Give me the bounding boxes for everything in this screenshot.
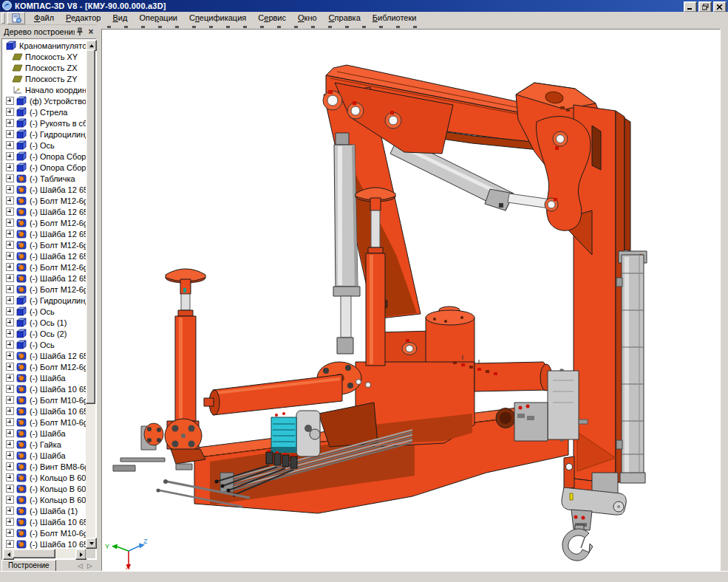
- expand-icon[interactable]: [6, 219, 14, 227]
- tree-item[interactable]: (-) Шайба 12 65Г ГО: [3, 350, 86, 361]
- tree-vscrollbar[interactable]: [86, 40, 95, 549]
- tree-item[interactable]: (-) Шайба 12 65Г ГО: [3, 228, 86, 239]
- close-button[interactable]: [713, 1, 727, 13]
- menu-item[interactable]: Сервис: [252, 13, 292, 24]
- pin-icon[interactable]: [75, 27, 85, 36]
- tree-item[interactable]: (-) Опора Сборочный: [3, 151, 86, 162]
- menu-item[interactable]: Окно: [292, 13, 323, 24]
- tree-item[interactable]: (-) Стрела: [3, 106, 86, 117]
- menu-item[interactable]: Вид: [106, 13, 133, 24]
- expand-icon[interactable]: [6, 163, 14, 171]
- tree-item[interactable]: (-) Кольцо В 60 ГОСТ: [3, 483, 86, 494]
- tree-item[interactable]: (-) Ось: [3, 339, 86, 350]
- tree-item[interactable]: Начало координат: [3, 84, 86, 95]
- tree-item[interactable]: (-) Ось (1): [3, 317, 86, 328]
- expand-icon[interactable]: [6, 152, 14, 160]
- expand-icon[interactable]: [6, 185, 14, 194]
- expand-icon[interactable]: [6, 241, 14, 249]
- expand-icon[interactable]: [6, 196, 14, 205]
- expand-icon[interactable]: [6, 407, 14, 415]
- expand-icon[interactable]: [6, 307, 14, 315]
- expand-icon[interactable]: [6, 285, 14, 293]
- tree-item[interactable]: (-) Гайка: [3, 439, 86, 450]
- menu-item[interactable]: Редактор: [60, 13, 106, 24]
- tree-item[interactable]: (-) Ось: [3, 140, 86, 151]
- tree-item[interactable]: (-) Болт М12-6gx25.5: [3, 217, 86, 228]
- tree-item[interactable]: (-) Болт М10-6gx25.5: [3, 417, 86, 428]
- tree-item[interactable]: (-) Рукоять в сборе: [3, 117, 86, 129]
- tree-item[interactable]: (-) Ось (2): [3, 328, 86, 339]
- expand-icon[interactable]: [6, 473, 14, 482]
- tab-scroll-arrows[interactable]: ◁ ▷: [78, 562, 94, 569]
- tree-item[interactable]: (-) Болт М10-6gx25.5: [3, 527, 86, 538]
- tree-item[interactable]: (-) Болт М12-6gx25.5: [3, 239, 86, 250]
- scroll-right-button[interactable]: [75, 549, 86, 560]
- document-icon-button[interactable]: [7, 12, 25, 24]
- tree-item[interactable]: (-) Ось: [3, 306, 86, 317]
- expand-icon[interactable]: [6, 352, 14, 360]
- expand-icon[interactable]: [6, 108, 14, 116]
- expand-icon[interactable]: [6, 329, 14, 338]
- menu-item[interactable]: Спецификация: [183, 13, 252, 24]
- tree-item[interactable]: (-) Шайба: [3, 450, 86, 461]
- tree-hscrollbar[interactable]: [3, 549, 86, 558]
- scroll-down-button[interactable]: [86, 538, 97, 549]
- tree-item[interactable]: (-) Болт М12-6gx25.5: [3, 261, 86, 273]
- menu-item[interactable]: Операции: [133, 13, 183, 24]
- expand-icon[interactable]: [6, 507, 14, 515]
- expand-icon[interactable]: [6, 263, 14, 271]
- expand-icon[interactable]: [6, 529, 14, 537]
- expand-icon[interactable]: [6, 119, 14, 127]
- menu-item[interactable]: Файл: [28, 13, 60, 24]
- expand-icon[interactable]: [6, 374, 14, 382]
- tree-item[interactable]: (-) Винт ВМ8-6gx8.14: [3, 461, 86, 472]
- tree-item[interactable]: Плоскость XY: [3, 51, 86, 62]
- expand-icon[interactable]: [6, 230, 14, 238]
- expand-icon[interactable]: [6, 296, 14, 304]
- tree-item[interactable]: (-) Шайба: [3, 428, 86, 439]
- tree-item[interactable]: (-) Болт М12-6gx25.5: [3, 284, 86, 295]
- tree-item[interactable]: (-) Шайба: [3, 372, 86, 383]
- expand-icon[interactable]: [6, 518, 14, 526]
- menu-item[interactable]: Справка: [323, 13, 367, 24]
- tree-item[interactable]: (-) Кольцо В 60 ГОСТ: [3, 494, 86, 505]
- expand-icon[interactable]: [6, 429, 14, 437]
- outrigger-left[interactable]: [165, 269, 205, 470]
- tree-item[interactable]: (-) Шайба 10 65Г ГО: [3, 516, 86, 527]
- tree-item[interactable]: (-) Болт М10-6gx25.5: [3, 394, 86, 405]
- expand-icon[interactable]: [6, 97, 14, 105]
- expand-icon[interactable]: [6, 485, 14, 493]
- tree-item[interactable]: Плоскость ZX: [3, 62, 86, 73]
- tree-item[interactable]: Краноманипуляторная у: [3, 40, 86, 51]
- expand-icon[interactable]: [6, 418, 14, 426]
- expand-icon[interactable]: [6, 363, 14, 371]
- tree-item[interactable]: (-) Болт М12-6gx25.5: [3, 195, 86, 206]
- expand-icon[interactable]: [6, 130, 14, 138]
- expand-icon[interactable]: [6, 396, 14, 404]
- tree-item[interactable]: (-) Шайба 12 65Г ГО: [3, 184, 86, 195]
- toolbar-gripper[interactable]: [1, 13, 5, 24]
- tree-item[interactable]: (-) Шайба 12 65Г ГО: [3, 250, 86, 261]
- minimize-button[interactable]: [684, 1, 697, 13]
- expand-icon[interactable]: [6, 385, 14, 393]
- expand-icon[interactable]: [6, 462, 14, 470]
- crane-model[interactable]: X Y Z: [102, 30, 720, 571]
- close-panel-icon[interactable]: ×: [86, 27, 96, 36]
- expand-icon[interactable]: [6, 252, 14, 260]
- menu-item[interactable]: Библиотеки: [367, 13, 423, 24]
- expand-icon[interactable]: [6, 174, 14, 182]
- tree-item[interactable]: (-) Кольцо В 60 ГОСТ: [3, 472, 86, 483]
- tree-item[interactable]: Плоскость ZY: [3, 73, 86, 84]
- tree-item[interactable]: (-) Шайба (1): [3, 505, 86, 516]
- expand-icon[interactable]: [6, 451, 14, 459]
- tree-item[interactable]: (-) Гидроцилиндр: [3, 129, 86, 140]
- expand-icon[interactable]: [6, 440, 14, 448]
- hscroll-thumb[interactable]: [13, 549, 55, 558]
- tree-item[interactable]: (-) Гидроцилиндр: [3, 295, 86, 306]
- tree-item[interactable]: (-) Табличка: [3, 173, 86, 184]
- restore-button[interactable]: [698, 1, 712, 13]
- expand-icon[interactable]: [6, 496, 14, 504]
- tab-construction[interactable]: Построение: [1, 560, 56, 572]
- expand-icon[interactable]: [6, 340, 14, 349]
- expand-icon[interactable]: [6, 274, 14, 282]
